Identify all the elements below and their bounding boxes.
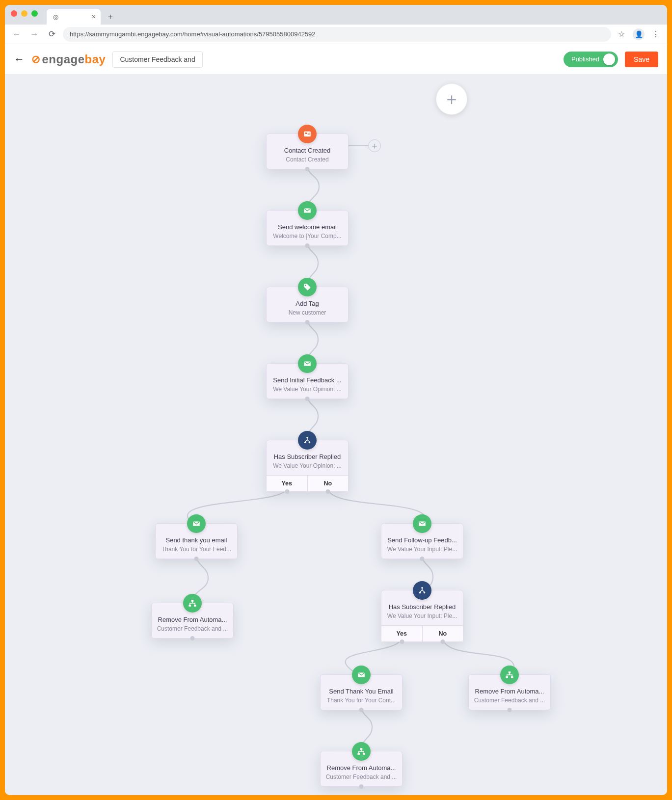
svg-rect-2 <box>308 133 310 133</box>
publish-label: Published <box>571 55 599 63</box>
svg-rect-15 <box>358 753 360 755</box>
add-branch-button[interactable]: ＋ <box>368 139 381 152</box>
logo-mark-icon: ⊘ <box>31 53 41 66</box>
node-remove-from-automation-2[interactable]: Remove From Automa... Customer Feedback … <box>320 751 403 787</box>
branch-icon <box>298 431 317 450</box>
node-send-initial-feedback[interactable]: Send Initial Feedback ... We Value Your … <box>266 363 349 399</box>
tab-favicon-icon: ◎ <box>52 13 59 21</box>
envelope-icon <box>352 666 371 684</box>
port-icon <box>420 557 425 561</box>
logo-text-right: bay <box>85 53 106 66</box>
new-tab-button[interactable]: ＋ <box>104 10 117 24</box>
url-field[interactable]: https://sammymugambi.engagebay.com/home#… <box>63 27 611 42</box>
svg-rect-14 <box>360 748 363 750</box>
svg-rect-3 <box>308 134 310 134</box>
logo-text-left: engage <box>42 53 85 66</box>
automation-title-field[interactable]: Customer Feedback and <box>112 51 202 68</box>
node-has-replied-2[interactable]: Has Subscriber Replied We Value Your Inp… <box>381 590 463 642</box>
port-icon <box>325 489 330 494</box>
port-icon <box>359 784 364 789</box>
addr-right: ☆ 👤 ⋮ <box>615 28 662 41</box>
minimize-window-button[interactable] <box>21 10 27 17</box>
port-icon <box>400 640 404 644</box>
svg-point-5 <box>306 437 308 439</box>
tag-icon <box>298 278 317 296</box>
svg-point-12 <box>419 592 421 594</box>
url-text: https://sammymugambi.engagebay.com/home#… <box>70 30 316 38</box>
svg-point-13 <box>424 592 426 594</box>
titlebar: ◎ × ＋ <box>5 5 667 25</box>
svg-point-4 <box>305 285 306 286</box>
svg-rect-18 <box>506 676 509 678</box>
port-icon <box>305 167 310 171</box>
envelope-icon <box>413 514 431 533</box>
contact-card-icon <box>298 125 317 143</box>
automation-canvas[interactable]: ＋ <box>5 75 667 795</box>
bookmark-star-icon[interactable]: ☆ <box>615 28 628 41</box>
sitemap-icon <box>500 666 519 684</box>
node-send-followup-feedback[interactable]: Send Follow-up Feedb... We Value Your In… <box>381 523 463 559</box>
envelope-icon <box>298 354 317 373</box>
node-add-tag[interactable]: Add Tag New customer <box>266 287 349 322</box>
svg-rect-8 <box>191 600 194 602</box>
nav-back-button[interactable]: ← <box>10 27 24 41</box>
svg-rect-19 <box>511 676 513 678</box>
svg-rect-9 <box>189 605 191 607</box>
add-step-button[interactable]: ＋ <box>436 83 467 115</box>
address-bar: ← → ⟳ https://sammymugambi.engagebay.com… <box>5 25 667 44</box>
svg-rect-17 <box>509 671 511 673</box>
branch-row: Yes No <box>381 625 463 641</box>
node-subtitle: We Value Your Opinion: ... <box>267 462 348 475</box>
port-icon <box>285 489 289 494</box>
node-remove-from-automation-no[interactable]: Remove From Automa... Customer Feedback … <box>468 674 551 710</box>
svg-point-6 <box>304 442 306 444</box>
svg-rect-16 <box>363 753 365 755</box>
profile-avatar-icon[interactable]: 👤 <box>633 28 645 40</box>
node-send-welcome-email[interactable]: Send welcome email Welcome to [Your Comp… <box>266 210 349 246</box>
branch-icon <box>413 581 431 600</box>
sitemap-icon <box>352 742 371 761</box>
envelope-icon <box>298 201 317 220</box>
node-send-thankyou-email[interactable]: Send thank you email Thank You for Your … <box>155 523 238 559</box>
node-has-replied-1[interactable]: Has Subscriber Replied We Value Your Opi… <box>266 440 349 492</box>
svg-point-11 <box>421 587 423 589</box>
maximize-window-button[interactable] <box>31 10 38 17</box>
port-icon <box>305 397 310 401</box>
node-contact-created[interactable]: Contact Created Contact Created <box>266 133 349 169</box>
envelope-icon <box>187 514 206 533</box>
engagebay-logo[interactable]: ⊘ engagebay <box>31 53 106 66</box>
browser-menu-icon[interactable]: ⋮ <box>649 28 662 41</box>
svg-rect-10 <box>194 605 196 607</box>
close-tab-icon[interactable]: × <box>92 13 96 21</box>
port-icon <box>440 640 445 644</box>
port-icon <box>305 243 310 248</box>
sitemap-icon <box>183 594 202 613</box>
node-subtitle: We Value Your Input: Ple... <box>381 613 463 625</box>
publish-toggle[interactable]: Published <box>564 52 618 67</box>
port-icon <box>305 320 310 324</box>
branch-row: Yes No <box>267 475 348 491</box>
save-label: Save <box>634 55 649 63</box>
nav-reload-button[interactable]: ⟳ <box>45 27 59 41</box>
close-window-button[interactable] <box>11 10 17 17</box>
port-icon <box>359 708 364 712</box>
nav-forward-button[interactable]: → <box>27 27 41 41</box>
window-controls <box>11 10 38 17</box>
save-button[interactable]: Save <box>625 52 658 67</box>
svg-rect-1 <box>305 133 307 134</box>
port-icon <box>508 708 512 712</box>
app-header: ← ⊘ engagebay Customer Feedback and Publ… <box>5 44 667 75</box>
node-send-thankyou-email-2[interactable]: Send Thank You Email Thank You for Your … <box>320 674 403 710</box>
browser-tab[interactable]: ◎ × <box>47 9 101 25</box>
port-icon <box>190 636 195 640</box>
back-arrow-icon[interactable]: ← <box>14 53 25 66</box>
toggle-knob <box>603 53 615 65</box>
automation-title-text: Customer Feedback and <box>120 55 195 63</box>
port-icon <box>194 557 199 561</box>
browser-window: ◎ × ＋ ← → ⟳ https://sammymugambi.engageb… <box>5 5 667 795</box>
svg-point-7 <box>309 442 311 444</box>
node-remove-from-automation-yes[interactable]: Remove From Automa... Customer Feedback … <box>151 603 234 639</box>
